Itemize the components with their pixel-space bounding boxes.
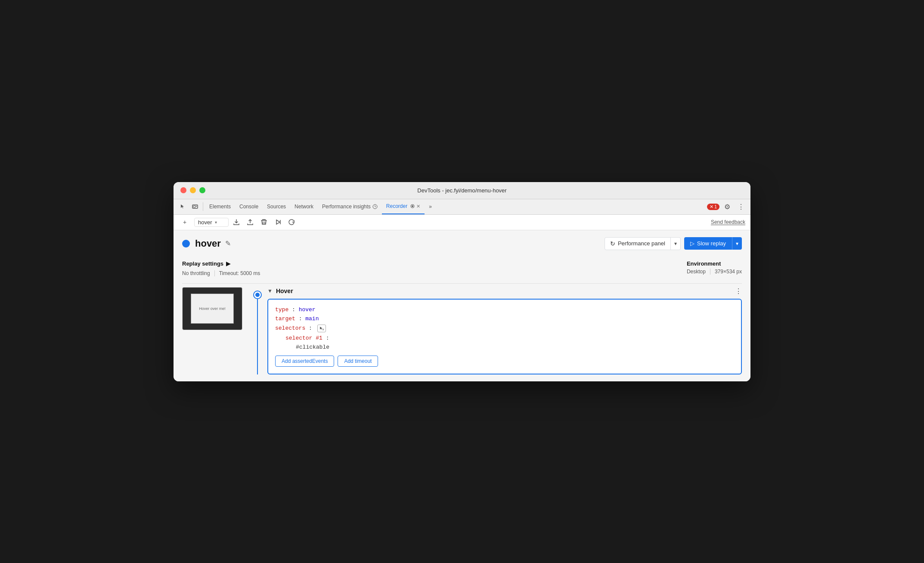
step-header: ▼ Hover ⋮ xyxy=(267,287,742,295)
environment-section: Environment Desktop 379×534 px xyxy=(687,260,742,275)
settings-divider xyxy=(214,270,215,276)
tab-sources[interactable]: Sources xyxy=(263,199,290,214)
tab-network[interactable]: Network xyxy=(290,199,318,214)
close-button[interactable] xyxy=(180,187,186,193)
step-dot xyxy=(254,291,261,298)
device-icon[interactable] xyxy=(189,201,201,213)
tab-console[interactable]: Console xyxy=(235,199,263,214)
svg-point-5 xyxy=(412,205,413,207)
perf-panel-icon: ↻ xyxy=(610,240,615,247)
collapse-icon[interactable]: ▼ xyxy=(267,288,273,294)
selector-picker-icon[interactable] xyxy=(317,325,326,332)
step-line xyxy=(257,298,258,374)
edit-icon[interactable]: ✎ xyxy=(225,239,231,247)
env-type: Desktop xyxy=(687,269,706,275)
maximize-button[interactable] xyxy=(199,187,205,193)
recording-selector[interactable]: hover ▾ xyxy=(194,218,229,227)
minimize-button[interactable] xyxy=(190,187,196,193)
recording-header: hover ✎ ↻ Performance panel ▾ ▷ Slow rep… xyxy=(182,237,742,250)
settings-env-row: Replay settings ▶ No throttling Timeout:… xyxy=(182,260,742,276)
export-button[interactable] xyxy=(230,216,242,228)
tab-separator xyxy=(203,202,203,211)
step-content: ▼ Hover ⋮ type : hover target : main xyxy=(267,287,742,374)
settings-icon[interactable]: ⚙ xyxy=(721,201,733,213)
traffic-lights xyxy=(180,187,205,193)
add-timeout-button[interactable]: Add timeout xyxy=(338,356,378,367)
svg-rect-6 xyxy=(322,329,324,329)
environment-row: Desktop 379×534 px xyxy=(687,269,742,275)
recording-area: Hover over me! ▼ Hover ⋮ type xyxy=(182,283,742,374)
title-bar: DevTools - jec.fyi/demo/menu-hover xyxy=(174,182,750,199)
devtools-tab-bar: Elements Console Sources Network Perform… xyxy=(174,199,750,215)
code-selectors-line: selectors : xyxy=(275,325,734,332)
svg-rect-1 xyxy=(193,206,195,207)
perf-panel-main: ↻ Performance panel xyxy=(605,238,671,250)
slow-replay-main: ▷ Slow replay xyxy=(684,237,732,250)
step-actions: Add assertedEvents Add timeout xyxy=(275,356,734,367)
env-divider xyxy=(710,269,710,275)
thumbnail-text: Hover over me! xyxy=(199,306,226,311)
recorder-tab-close[interactable]: ✕ xyxy=(416,204,420,209)
main-content: hover ✎ ↻ Performance panel ▾ ▷ Slow rep… xyxy=(174,230,750,381)
devtools-window: DevTools - jec.fyi/demo/menu-hover Eleme… xyxy=(174,182,750,381)
slow-replay-play-icon: ▷ xyxy=(690,240,695,247)
thumbnail-area: Hover over me! xyxy=(182,287,251,374)
step-menu-icon[interactable]: ⋮ xyxy=(735,287,742,295)
code-selector-val-line: #clickable xyxy=(275,344,734,350)
tab-right-icons: ✕ 1 ⚙ ⋮ xyxy=(707,201,747,213)
recorder-badge xyxy=(409,204,415,208)
step-connector xyxy=(251,287,264,374)
code-target-line: target : main xyxy=(275,316,734,322)
step-name: Hover xyxy=(276,288,293,294)
slow-replay-button[interactable]: ▷ Slow replay ▾ xyxy=(684,237,742,250)
replay-settings-arrow: ▶ xyxy=(226,260,230,267)
thumbnail-box: Hover over me! xyxy=(182,287,242,330)
add-recording-button[interactable]: + xyxy=(179,216,191,228)
toolbar: + hover ▾ xyxy=(174,215,750,230)
replay-button[interactable] xyxy=(272,216,284,228)
performance-panel-button[interactable]: ↻ Performance panel ▾ xyxy=(605,237,681,250)
refresh-button[interactable] xyxy=(285,216,298,228)
env-dimensions: 379×534 px xyxy=(715,269,742,275)
send-feedback-link[interactable]: Send feedback xyxy=(711,219,745,225)
delete-button[interactable] xyxy=(258,216,270,228)
slow-replay-dropdown-arrow[interactable]: ▾ xyxy=(732,238,742,250)
recording-title: hover xyxy=(195,238,221,249)
svg-rect-7 xyxy=(322,330,324,330)
more-icon[interactable]: ⋮ xyxy=(735,201,747,213)
tab-more[interactable]: » xyxy=(425,199,436,214)
tab-recorder[interactable]: Recorder ✕ xyxy=(382,199,425,214)
import-button[interactable] xyxy=(244,216,256,228)
svg-rect-2 xyxy=(196,206,197,207)
window-title: DevTools - jec.fyi/demo/menu-hover xyxy=(417,187,506,194)
code-selector-num-line: selector #1 : xyxy=(275,335,734,341)
thumbnail-inner: Hover over me! xyxy=(191,294,234,324)
throttling-label: No throttling xyxy=(182,270,210,276)
timeout-label: Timeout: 5000 ms xyxy=(219,270,260,276)
cursor-icon[interactable] xyxy=(177,201,189,213)
tab-elements[interactable]: Elements xyxy=(205,199,235,214)
settings-row: No throttling Timeout: 5000 ms xyxy=(182,270,260,276)
add-asserted-events-button[interactable]: Add assertedEvents xyxy=(275,356,334,367)
error-badge[interactable]: ✕ 1 xyxy=(707,204,719,210)
step-code-block: type : hover target : main selectors : xyxy=(267,299,742,374)
perf-panel-dropdown-arrow[interactable]: ▾ xyxy=(671,238,680,249)
replay-settings-section: Replay settings ▶ No throttling Timeout:… xyxy=(182,260,260,276)
recording-dot xyxy=(182,240,190,247)
environment-title: Environment xyxy=(687,260,742,267)
replay-settings-header[interactable]: Replay settings ▶ xyxy=(182,260,260,267)
code-type-line: type : hover xyxy=(275,306,734,313)
header-actions: ↻ Performance panel ▾ ▷ Slow replay ▾ xyxy=(605,237,742,250)
tab-performance-insights[interactable]: Performance insights xyxy=(318,199,382,214)
perf-badge xyxy=(372,204,378,209)
